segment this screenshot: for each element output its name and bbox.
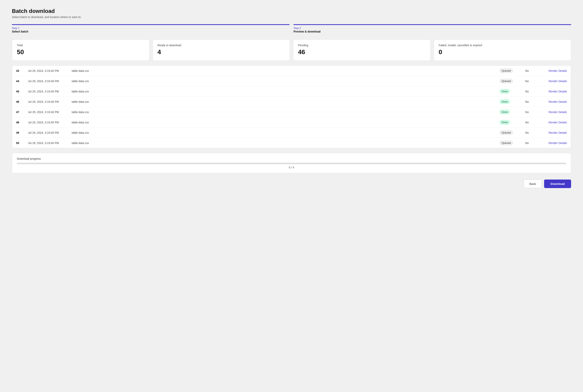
row-file: table-data.csv bbox=[72, 121, 500, 124]
render-details-link[interactable]: Render Details bbox=[548, 80, 567, 83]
step-1-label: Step 1 bbox=[12, 26, 290, 30]
status-badge: Queued bbox=[500, 79, 513, 83]
row-date: Jul 29, 2024, 3:19:40 PM bbox=[28, 142, 72, 144]
row-flag: No bbox=[525, 131, 541, 134]
row-status: Done bbox=[500, 89, 525, 94]
row-status: Done bbox=[500, 100, 525, 104]
page-subtitle: Select batch to download, and location w… bbox=[12, 16, 571, 19]
stat-value-ready: 4 bbox=[158, 48, 285, 56]
row-id: 45 bbox=[16, 90, 28, 93]
table-row: 46 Jul 29, 2024, 3:19:40 PM table-data.c… bbox=[12, 96, 571, 107]
row-date: Jul 29, 2024, 3:19:40 PM bbox=[28, 80, 72, 83]
stats-row: Total 50 Ready to download 4 Pending 46 … bbox=[12, 40, 571, 61]
row-flag: No bbox=[525, 142, 541, 144]
progress-container: Download progress 0 / 4 bbox=[12, 153, 571, 173]
status-badge: Done bbox=[500, 120, 510, 124]
batch-table: 43 Jul 29, 2024, 3:19:40 PM table-data.c… bbox=[12, 66, 571, 148]
step-1-bar bbox=[12, 24, 290, 25]
step-2-bar bbox=[294, 24, 571, 25]
stat-label-ready: Ready to download bbox=[158, 44, 285, 47]
row-action[interactable]: Render Details bbox=[541, 110, 567, 114]
row-flag: No bbox=[525, 80, 541, 83]
row-date: Jul 29, 2024, 3:19:40 PM bbox=[28, 100, 72, 103]
step-2-label: Step 2 bbox=[294, 26, 571, 30]
footer-buttons: Back Download bbox=[12, 180, 571, 188]
steps-container: Step 1 Select batch Step 2 Preview & dow… bbox=[12, 24, 571, 33]
render-details-link[interactable]: Render Details bbox=[548, 100, 567, 103]
progress-text: 0 / 4 bbox=[17, 166, 566, 169]
stat-label-total: Total bbox=[17, 44, 144, 47]
step-2: Step 2 Preview & download bbox=[294, 24, 571, 33]
row-file: table-data.csv bbox=[72, 90, 500, 93]
row-date: Jul 29, 2024, 3:19:40 PM bbox=[28, 121, 72, 124]
row-status: Done bbox=[500, 120, 525, 124]
render-details-link[interactable]: Render Details bbox=[548, 90, 567, 93]
row-date: Jul 29, 2024, 3:19:40 PM bbox=[28, 69, 72, 72]
row-id: 46 bbox=[16, 100, 28, 103]
render-details-link[interactable]: Render Details bbox=[548, 69, 567, 72]
stat-card-failed: Failed, invalid, cancelled or expired 0 bbox=[434, 40, 571, 61]
progress-label: Download progress bbox=[17, 157, 566, 160]
status-badge: Queued bbox=[500, 141, 513, 145]
table-row: 45 Jul 29, 2024, 3:19:40 PM table-data.c… bbox=[12, 86, 571, 96]
stat-value-total: 50 bbox=[17, 48, 144, 56]
render-details-link[interactable]: Render Details bbox=[548, 142, 567, 144]
status-badge: Queued bbox=[500, 68, 513, 73]
row-action[interactable]: Render Details bbox=[541, 131, 567, 134]
row-status: Queued bbox=[500, 130, 525, 135]
row-action[interactable]: Render Details bbox=[541, 100, 567, 103]
row-id: 44 bbox=[16, 80, 28, 83]
step-1: Step 1 Select batch bbox=[12, 24, 290, 33]
progress-bar-track bbox=[17, 163, 566, 164]
row-id: 49 bbox=[16, 131, 28, 134]
status-badge: Done bbox=[500, 89, 510, 94]
page-title: Batch download bbox=[12, 8, 571, 14]
row-action[interactable]: Render Details bbox=[541, 90, 567, 93]
row-flag: No bbox=[525, 121, 541, 124]
download-button[interactable]: Download bbox=[544, 180, 571, 188]
row-flag: No bbox=[525, 100, 541, 103]
row-file: table-data.csv bbox=[72, 131, 500, 134]
row-date: Jul 29, 2024, 3:19:40 PM bbox=[28, 131, 72, 134]
render-details-link[interactable]: Render Details bbox=[548, 110, 567, 114]
stat-label-failed: Failed, invalid, cancelled or expired bbox=[439, 44, 566, 47]
row-date: Jul 29, 2024, 3:19:40 PM bbox=[28, 90, 72, 93]
row-flag: No bbox=[525, 69, 541, 72]
table-row: 43 Jul 29, 2024, 3:19:40 PM table-data.c… bbox=[12, 66, 571, 76]
table-row: 49 Jul 29, 2024, 3:19:40 PM table-data.c… bbox=[12, 128, 571, 138]
row-file: table-data.csv bbox=[72, 80, 500, 83]
render-details-link[interactable]: Render Details bbox=[548, 121, 567, 124]
row-status: Done bbox=[500, 110, 525, 114]
table-row: 50 Jul 29, 2024, 3:19:40 PM table-data.c… bbox=[12, 138, 571, 148]
back-button[interactable]: Back bbox=[524, 180, 542, 188]
stat-label-pending: Pending bbox=[298, 44, 426, 47]
row-flag: No bbox=[525, 110, 541, 114]
stat-value-failed: 0 bbox=[439, 48, 566, 56]
table-row: 44 Jul 29, 2024, 3:19:40 PM table-data.c… bbox=[12, 76, 571, 86]
row-file: table-data.csv bbox=[72, 142, 500, 144]
row-file: table-data.csv bbox=[72, 69, 500, 72]
row-id: 48 bbox=[16, 121, 28, 124]
stat-card-total: Total 50 bbox=[12, 40, 150, 61]
status-badge: Done bbox=[500, 110, 510, 114]
row-file: table-data.csv bbox=[72, 110, 500, 114]
row-status: Queued bbox=[500, 79, 525, 83]
row-id: 43 bbox=[16, 69, 28, 72]
row-action[interactable]: Render Details bbox=[541, 80, 567, 83]
row-action[interactable]: Render Details bbox=[541, 121, 567, 124]
row-status: Queued bbox=[500, 141, 525, 145]
row-action[interactable]: Render Details bbox=[541, 69, 567, 72]
row-action[interactable]: Render Details bbox=[541, 142, 567, 144]
row-file: table-data.csv bbox=[72, 100, 500, 103]
stat-value-pending: 46 bbox=[298, 48, 426, 56]
step-1-name: Select batch bbox=[12, 30, 290, 33]
status-badge: Queued bbox=[500, 130, 513, 135]
table-row: 48 Jul 29, 2024, 3:19:40 PM table-data.c… bbox=[12, 117, 571, 128]
row-id: 47 bbox=[16, 110, 28, 114]
stat-card-ready: Ready to download 4 bbox=[152, 40, 290, 61]
row-id: 50 bbox=[16, 142, 28, 144]
stat-card-pending: Pending 46 bbox=[293, 40, 430, 61]
step-2-name: Preview & download bbox=[294, 30, 571, 33]
render-details-link[interactable]: Render Details bbox=[548, 131, 567, 134]
status-badge: Done bbox=[500, 100, 510, 104]
